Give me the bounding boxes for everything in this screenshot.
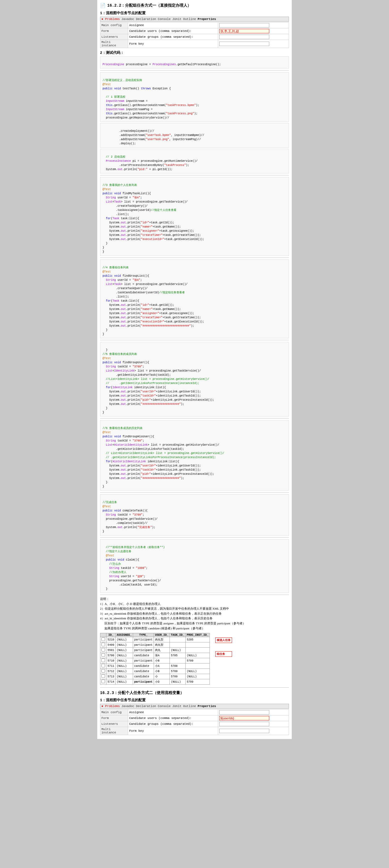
table-row: 5210 (NULL) participant 肉丸型 5205 xyxy=(100,637,210,642)
page-title: 16.2.2：分配组任务方式一（直接指定办理人） xyxy=(107,3,191,8)
cell-type: candidate xyxy=(133,669,154,674)
cell-assignee: (NULL) xyxy=(116,658,133,663)
formkey2-input[interactable] xyxy=(219,729,269,733)
tab2-console[interactable]: Console xyxy=(158,705,171,708)
description-point4a: 区别在于：如果是个人任务 TYPE 的类型是 assignee，如果是组任务 T… xyxy=(105,621,289,626)
candidate-groups2-input[interactable] xyxy=(219,722,269,726)
divider-3 xyxy=(100,257,289,258)
divider-5 xyxy=(100,418,289,418)
section1-title: 1：流程图中任务节点的配置 xyxy=(100,10,289,16)
candidate-groups-input-cell xyxy=(218,34,289,40)
tab2-outline[interactable]: Outline xyxy=(183,705,196,708)
row-checkbox-5210[interactable] xyxy=(102,638,105,641)
assignee2-input[interactable] xyxy=(219,710,269,715)
description-point2: 2）但是这样分配组任务的办理人不够灵活，因为项目开发中任务的办理人不要放置 XM… xyxy=(100,606,289,611)
table-row: 5700 (NULL) candidate 张A 5705 (NULL) xyxy=(100,653,210,658)
divider-1 xyxy=(100,70,289,70)
candidate-users-input[interactable] xyxy=(219,29,269,33)
config-row-listeners: Listeners Candidate groups (comma separa… xyxy=(100,34,289,40)
cell-id: 5501 xyxy=(106,648,116,653)
tab2-declaration[interactable]: Declaration xyxy=(136,705,156,708)
formkey-input[interactable] xyxy=(219,42,269,46)
candidate-groups-input[interactable] xyxy=(219,35,269,39)
data-table: ID_ ASSIGNEE_ TYPE_ USER_ID_ TASK_ID_ PR… xyxy=(100,633,210,685)
cell-taskid: 5708 xyxy=(170,663,186,669)
cell-userid: 小 xyxy=(154,674,170,679)
cell-type: participant xyxy=(133,642,154,648)
config-table-2: Main config Assignee Form Candidate user… xyxy=(100,709,289,735)
multiinstance2-label: Multi instance xyxy=(100,727,128,735)
code-start-block: // 2 启动流程 ProcessInstance pi = processEn… xyxy=(100,149,289,174)
row-checkbox-5501[interactable] xyxy=(102,648,105,652)
cell-procid: (NULL) xyxy=(186,653,210,658)
tab-problems[interactable]: ● Problems xyxy=(102,18,120,21)
cell-type: candidate xyxy=(133,674,154,679)
cell-procid: (NULL) xyxy=(186,674,210,679)
section-222-1-title: 1：流程图中任务节点的配置 xyxy=(100,698,289,703)
formkey2-label: Form key xyxy=(128,727,218,735)
description-point4b: 如果是组任务 TYPE 的两种类型 candidate (候选者) 和 part… xyxy=(105,626,289,631)
cell-taskid: (NULL) xyxy=(170,648,186,653)
candidate-groups-label: Candidate groups (comma separated): xyxy=(128,34,218,40)
table-row: 5712 (NULL) candidate 小B 5709 (NULL) xyxy=(100,669,210,674)
tab-properties[interactable]: Properties xyxy=(198,18,216,21)
tab-console[interactable]: Console xyxy=(158,18,171,21)
candidate-users2-label: Candidate users (comma separated): xyxy=(128,715,218,721)
table-row: 5711 (NULL) candidate 小A 5708 xyxy=(100,663,210,669)
candidate-groups2-input-cell xyxy=(218,721,289,727)
note-group: 组任务 xyxy=(215,651,232,657)
row-checkbox-5713[interactable] xyxy=(102,674,105,678)
description-intro: 说明： xyxy=(100,597,289,601)
tab2-problems[interactable]: ● Problems xyxy=(102,705,120,708)
tab2-javadoc[interactable]: Javadoc xyxy=(121,705,134,708)
assignee-input[interactable] xyxy=(219,23,269,28)
tab-declaration[interactable]: Declaration xyxy=(136,18,156,21)
candidate-users2-input[interactable] xyxy=(219,716,269,720)
code-historic-members: //6 查看组任务成员的历史列表 @Test public void findG… xyxy=(100,420,289,491)
description-point1: 1）A、小B、小C、小 D 都是组任务的办理人 xyxy=(100,601,289,607)
table-row: 5713 (NULL) candidate 小 5709 (NULL) xyxy=(100,674,210,679)
row-checkbox-5712[interactable] xyxy=(102,669,105,673)
formkey-input-cell xyxy=(218,40,289,48)
formkey-label: Form key xyxy=(128,40,218,48)
cell-assignee: (NULL) xyxy=(116,679,133,685)
tab-outline[interactable]: Outline xyxy=(183,18,196,21)
col-type: TYPE_ xyxy=(133,633,154,637)
cell-type: participant xyxy=(133,679,154,685)
annotations-column: 候选人任务 组任务 xyxy=(215,638,232,657)
tab-junit[interactable]: JUnit xyxy=(172,18,182,21)
row-checkbox-5409[interactable] xyxy=(102,643,105,646)
cell-id: 5210 xyxy=(106,637,116,642)
form2-label: Form xyxy=(100,715,128,721)
assignee2-input-cell xyxy=(218,710,289,715)
cell-userid: 肉丸型 xyxy=(154,637,170,642)
cell-userid: 小B xyxy=(154,658,170,663)
divider-6 xyxy=(100,492,289,493)
col-taskid: TASK_ID_ xyxy=(170,633,186,637)
row-checkbox-5714[interactable] xyxy=(102,680,105,683)
main-config-label: Main config xyxy=(100,23,128,28)
row-checkbox-5711[interactable] xyxy=(102,664,105,668)
config-row-multiinstance: Multi instance Form key xyxy=(100,40,289,48)
cell-userid: 肉丸 xyxy=(154,648,170,653)
row-checkbox-5700[interactable] xyxy=(102,653,105,657)
cell-taskid xyxy=(170,642,186,648)
tab2-junit[interactable]: JUnit xyxy=(172,705,182,708)
config-row-form: Form Candidate users (comma separated): xyxy=(100,28,289,34)
section2-title: 2：测试代码： xyxy=(100,50,289,55)
description-point4: 4）act_hi_identitlink 存放候选任务的办理人，包括个人任务和组… xyxy=(100,616,289,621)
cell-procid xyxy=(186,663,210,669)
tab2-properties[interactable]: Properties xyxy=(198,705,216,708)
config2-row-form: Form Candidate users (comma separated): xyxy=(100,715,289,721)
cell-assignee: (NULL) xyxy=(116,663,133,669)
tab-javadoc[interactable]: Javadoc xyxy=(121,18,134,21)
cell-assignee: (NULL) xyxy=(116,674,133,679)
config-row-mainconfig: Main config Assignee xyxy=(100,23,289,28)
cell-procid: 5709 xyxy=(186,658,210,663)
row-checkbox-5710[interactable] xyxy=(102,658,105,662)
cell-taskid: (NULL) xyxy=(170,679,186,685)
note-candidate: 候选人任务 xyxy=(215,638,232,643)
main-config2-label: Main config xyxy=(100,710,128,715)
cell-assignee: (NULL) xyxy=(116,637,133,642)
cell-type: participant xyxy=(133,637,154,642)
